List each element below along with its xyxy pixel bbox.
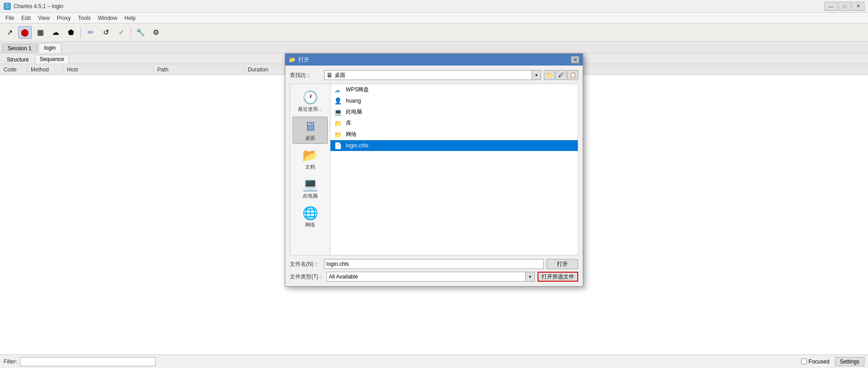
- documents-icon: 📂: [302, 148, 318, 163]
- content-area: Structure Sequence Code Method Host Path…: [0, 53, 868, 368]
- sidebar-label-documents: 文档: [305, 164, 315, 170]
- close-button[interactable]: ✕: [852, 2, 864, 11]
- library-icon: 📁: [334, 120, 342, 127]
- file-name-library: 库: [346, 119, 574, 127]
- menu-edit[interactable]: Edit: [18, 14, 34, 22]
- dialog-main: 🕐 最近使用... 🖥 桌面 📂 文档 💻: [290, 84, 578, 255]
- toolbar-separator-2: [131, 27, 131, 38]
- file-name-network: 网络: [346, 131, 574, 138]
- focused-label: Focused: [809, 359, 830, 365]
- open-selected-button[interactable]: 打开所选文件: [538, 272, 578, 282]
- filename-row: 文件名(N)： 打开: [290, 259, 578, 269]
- subtab-structure[interactable]: Structure: [2, 55, 34, 64]
- tab-session1[interactable]: Session 1: [2, 43, 38, 53]
- view-btn[interactable]: 📋: [567, 70, 578, 80]
- dialog-toolbar-icons: 📁 🖊 📋: [544, 70, 578, 80]
- menu-view[interactable]: View: [34, 14, 53, 22]
- file-item-huang[interactable]: 👤 huang: [330, 95, 578, 106]
- dialog-title-icon: 📂: [289, 57, 296, 63]
- filter-input[interactable]: [20, 357, 156, 366]
- file-item-computer[interactable]: 💻 此电脑: [330, 106, 578, 118]
- col-host: Host: [63, 66, 154, 74]
- settings-button[interactable]: Settings: [835, 357, 864, 366]
- sidebar-label-desktop: 桌面: [305, 135, 315, 142]
- file-item-wps[interactable]: ☁ WPS网盘: [330, 84, 578, 95]
- pen-tool[interactable]: ✏: [84, 26, 97, 39]
- search-label: 查找(I)：: [290, 71, 321, 79]
- tab-login[interactable]: login: [38, 43, 61, 53]
- sidebar-item-desktop[interactable]: 🖥 桌面: [292, 117, 328, 144]
- open-button[interactable]: 打开: [547, 259, 578, 269]
- menu-bar: File Edit View Proxy Tools Window Help: [0, 13, 868, 24]
- open-dialog: 📂 打开 ✕ 查找(I)： 🖥 桌面 ▼: [285, 53, 583, 287]
- menu-proxy[interactable]: Proxy: [53, 14, 75, 22]
- toolbar: ↗ ⬤ ▦ ☁ ⬟ ✏ ↺ ✓ 🔧 ⚙: [0, 24, 868, 42]
- file-name-login: login.chls: [346, 142, 574, 149]
- maximize-button[interactable]: □: [838, 2, 851, 11]
- dialog-title-bar: 📂 打开 ✕: [285, 54, 583, 66]
- sidebar-item-network[interactable]: 🌐 网络: [292, 203, 328, 231]
- filter-row: Filter: Focused Settings: [0, 354, 868, 368]
- login-file-icon: 📄: [334, 142, 342, 149]
- sidebar-item-recent[interactable]: 🕐 最近使用...: [292, 88, 328, 115]
- file-name-huang: huang: [346, 98, 574, 104]
- record-tool[interactable]: ⬤: [18, 26, 32, 39]
- menu-window[interactable]: Window: [94, 14, 121, 22]
- window-title: Charles 4.5.1 – login: [14, 3, 63, 9]
- dialog-title-text: 打开: [298, 56, 309, 64]
- menu-help[interactable]: Help: [121, 14, 139, 22]
- filetype-value: All Available: [329, 274, 358, 280]
- throttle-tool[interactable]: ▦: [33, 26, 47, 39]
- menu-tools[interactable]: Tools: [75, 14, 94, 22]
- file-item-login[interactable]: 📄 login.chls: [330, 140, 578, 151]
- search-combo-arrow[interactable]: ▼: [532, 70, 541, 80]
- col-code: Code: [0, 66, 27, 74]
- session-tabs: Session 1 login: [0, 42, 868, 53]
- search-combo: 🖥 桌面 ▼: [324, 70, 541, 80]
- stop-tool[interactable]: ⬟: [64, 26, 78, 39]
- cloud-tool[interactable]: ☁: [49, 26, 62, 39]
- refresh-tool[interactable]: ↺: [99, 26, 113, 39]
- new-folder-btn[interactable]: 📁: [544, 70, 555, 80]
- file-item-library[interactable]: 📁 库: [330, 118, 578, 129]
- filetype-row: 文件类型(T)： All Available ▼ 打开所选文件: [290, 272, 578, 282]
- app-icon: C: [4, 3, 11, 10]
- filetype-combo-arrow[interactable]: ▼: [526, 272, 535, 282]
- search-combo-value: 🖥 桌面: [324, 70, 532, 80]
- filename-input[interactable]: [324, 259, 544, 269]
- network-icon: 🌐: [302, 206, 318, 221]
- dialog-body: 查找(I)： 🖥 桌面 ▼ 📁 🖊 📋: [285, 66, 583, 286]
- filetype-combo: All Available ▼: [326, 272, 535, 282]
- sidebar-label-recent: 最近使用...: [298, 106, 322, 113]
- filename-label: 文件名(N)：: [290, 260, 321, 268]
- network-file-icon: 📁: [334, 131, 342, 138]
- dialog-sidebar: 🕐 最近使用... 🖥 桌面 📂 文档 💻: [290, 84, 330, 255]
- wrench-tool[interactable]: 🔧: [134, 26, 147, 39]
- filetype-combo-value: All Available: [326, 272, 526, 282]
- edit-btn[interactable]: 🖊: [556, 70, 566, 80]
- arrow-tool[interactable]: ↗: [3, 26, 16, 39]
- huang-icon: 👤: [334, 97, 342, 104]
- subtab-sequence[interactable]: Sequence: [35, 55, 69, 64]
- toolbar-separator-1: [80, 27, 81, 38]
- sidebar-label-computer: 此电脑: [303, 193, 318, 199]
- filetype-label: 文件类型(T)：: [290, 273, 324, 281]
- file-name-wps: WPS网盘: [346, 86, 574, 94]
- title-bar: C Charles 4.5.1 – login — □ ✕: [0, 0, 868, 13]
- minimize-button[interactable]: —: [825, 2, 837, 11]
- sidebar-item-computer[interactable]: 💻 此电脑: [292, 175, 328, 202]
- focused-checkbox[interactable]: [801, 359, 807, 364]
- sidebar-item-documents[interactable]: 📂 文档: [292, 146, 328, 173]
- computer-icon: 💻: [302, 177, 318, 192]
- search-value: 桌面: [335, 71, 345, 79]
- sidebar-label-network: 网络: [305, 222, 315, 228]
- dialog-close-button[interactable]: ✕: [571, 56, 579, 63]
- file-list: ☁ WPS网盘 👤 huang 💻 此电脑 📁: [330, 84, 578, 255]
- check-tool[interactable]: ✓: [114, 26, 128, 39]
- settings-tool[interactable]: ⚙: [149, 26, 163, 39]
- col-method: Method: [27, 66, 63, 74]
- file-item-network[interactable]: 📁 网络: [330, 129, 578, 140]
- desktop-icon: 🖥: [304, 119, 316, 134]
- col-path: Path: [154, 66, 244, 74]
- menu-file[interactable]: File: [2, 14, 18, 22]
